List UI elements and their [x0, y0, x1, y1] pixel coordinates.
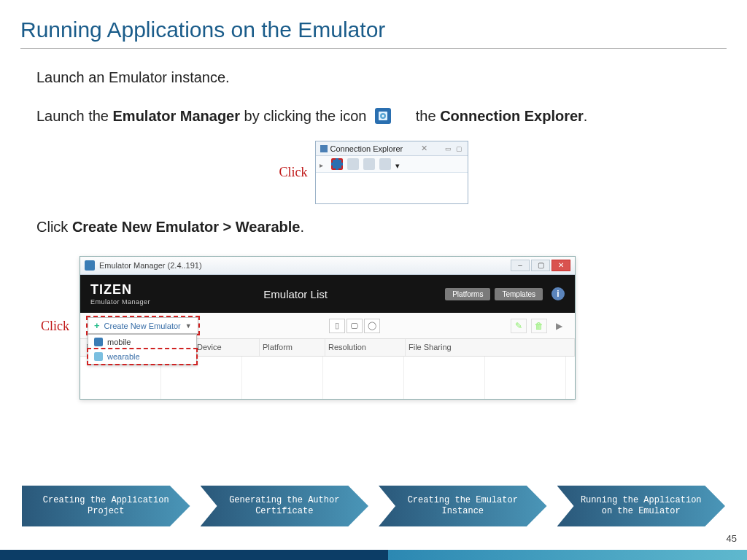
- device-filter-icons: ▯ 🖵 ◯: [329, 319, 380, 333]
- dropdown-caret-icon: ▾: [395, 161, 401, 167]
- term-connection-explorer: Connection Explorer: [440, 108, 584, 124]
- panel-controls: ▭▢: [445, 145, 462, 152]
- step-label: Generating the Author Certificate: [201, 486, 369, 526]
- plus-icon: +: [94, 320, 100, 331]
- col-platform: Platform: [260, 339, 325, 356]
- create-emulator-dropdown: + Create New Emulator ▼ mobile wearable: [88, 317, 198, 334]
- page-title: Running Applications on the Emulator: [20, 18, 727, 42]
- edit-icon[interactable]: ✎: [511, 319, 527, 333]
- connection-explorer-panel: Connection Explorer ✕ ▭▢ ▾: [315, 141, 468, 204]
- connection-explorer-tab: Connection Explorer ✕ ▭▢: [316, 141, 468, 156]
- svg-point-2: [382, 115, 384, 117]
- run-icon: [320, 160, 327, 168]
- emulator-manager-window: Emulator Manager (2.4..191) – ▢ ✕ TIZEN …: [80, 256, 576, 400]
- col-resolution: Resolution: [325, 339, 406, 356]
- tab-templates[interactable]: Templates: [495, 288, 543, 300]
- run-icon[interactable]: ▶: [551, 319, 568, 333]
- connection-toolbar: ▾: [316, 156, 468, 173]
- footer-bar: [0, 550, 747, 560]
- emulator-header: TIZEN Emulator Manager Emulator List Pla…: [80, 275, 575, 313]
- text: by clicking the icon: [240, 108, 371, 124]
- col-device: Device: [194, 339, 260, 356]
- body: Launch an Emulator instance. Launch the …: [20, 68, 727, 400]
- tab-label: Connection Explorer: [330, 144, 403, 153]
- dropdown-item-wearable[interactable]: wearable: [88, 349, 196, 364]
- logo-subtitle: Emulator Manager: [90, 298, 150, 306]
- step-4: Running the Application on the Emulator: [557, 486, 726, 526]
- toolbar-right: ✎ 🗑 ▶: [511, 319, 568, 333]
- phone-icon[interactable]: ▯: [329, 319, 345, 333]
- wearable-icon: [94, 352, 103, 361]
- page-number: 45: [727, 533, 737, 544]
- step-arrows: Creating the Application Project Generat…: [22, 486, 725, 526]
- window-buttons: – ▢ ✕: [511, 260, 570, 271]
- maximize-button[interactable]: ▢: [531, 260, 550, 271]
- col-filesharing: File Sharing: [406, 339, 575, 356]
- label: wearable: [107, 352, 140, 361]
- label: mobile: [107, 338, 131, 346]
- minimize-button[interactable]: –: [511, 260, 530, 271]
- step-label: Running the Application on the Emulator: [557, 486, 726, 526]
- caret-down-icon: ▼: [185, 322, 192, 330]
- text: Launch the: [36, 108, 113, 124]
- emulator-manager-screenshot: Click Emulator Manager (2.4..191) – ▢ ✕ …: [41, 256, 711, 400]
- step-2: Generating the Author Certificate: [201, 486, 369, 526]
- connection-body: [316, 173, 468, 203]
- term-emulator-manager: Emulator Manager: [113, 108, 240, 124]
- watch-icon[interactable]: ◯: [364, 319, 380, 333]
- para-launch-manager: Launch the Emulator Manager by clicking …: [36, 106, 711, 126]
- window-icon: [85, 260, 95, 271]
- toolbar-icon: [363, 158, 375, 170]
- toolbar-icon: [347, 158, 359, 170]
- tizen-logo: TIZEN Emulator Manager: [90, 282, 150, 306]
- logo-text: TIZEN: [90, 282, 150, 298]
- panel-icon: [320, 145, 328, 152]
- step-1: Creating the Application Project: [22, 486, 190, 526]
- tab-close-icon: ✕: [421, 144, 427, 153]
- step-3: Creating the Emulator Instance: [379, 486, 547, 526]
- emulator-list-title: Emulator List: [263, 288, 328, 300]
- text: the: [416, 108, 440, 124]
- emulator-toolbar: + Create New Emulator ▼ mobile wearable …: [80, 313, 575, 339]
- para-launch-instance: Launch an Emulator instance.: [36, 68, 711, 88]
- click-annotation: Click: [41, 319, 69, 334]
- emulator-manager-icon: [375, 108, 391, 124]
- close-button[interactable]: ✕: [551, 260, 570, 271]
- connection-explorer-screenshot: Click Connection Explorer ✕ ▭▢ ▾: [36, 141, 711, 204]
- step-label: Creating the Application Project: [22, 486, 190, 526]
- text: .: [584, 108, 588, 124]
- step-label: Creating the Emulator Instance: [379, 486, 547, 526]
- desktop-icon[interactable]: 🖵: [347, 319, 363, 333]
- text: Click: [36, 219, 72, 235]
- term-create-wearable: Create New Emulator > Wearable: [72, 219, 301, 235]
- emulator-manager-toolbar-icon[interactable]: [331, 158, 343, 170]
- divider: [20, 48, 727, 49]
- para-click-create: Click Create New Emulator > Wearable.: [36, 217, 711, 237]
- dropdown-item-mobile[interactable]: mobile: [88, 335, 196, 349]
- tab-platforms[interactable]: Platforms: [445, 288, 490, 300]
- click-annotation: Click: [279, 165, 308, 180]
- window-title: Emulator Manager (2.4..191): [99, 261, 202, 270]
- dropdown-menu: mobile wearable: [88, 334, 197, 365]
- delete-icon[interactable]: 🗑: [531, 319, 547, 333]
- info-icon[interactable]: i: [551, 287, 565, 300]
- text: .: [300, 219, 304, 235]
- toolbar-icon: [379, 158, 391, 170]
- slide: Running Applications on the Emulator Lau…: [0, 0, 747, 560]
- create-new-emulator-button[interactable]: + Create New Emulator ▼: [88, 317, 198, 334]
- window-titlebar: Emulator Manager (2.4..191) – ▢ ✕: [80, 257, 575, 275]
- button-label: Create New Emulator: [104, 322, 181, 330]
- mobile-icon: [94, 338, 103, 346]
